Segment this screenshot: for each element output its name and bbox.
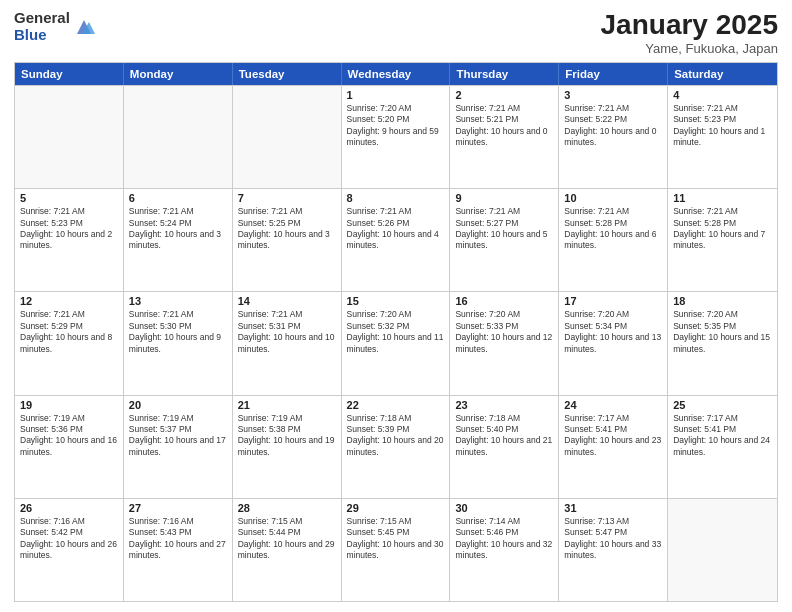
calendar: SundayMondayTuesdayWednesdayThursdayFrid…: [14, 62, 778, 602]
cell-details: Sunrise: 7:17 AM Sunset: 5:41 PM Dayligh…: [673, 413, 772, 459]
calendar-cell: [233, 86, 342, 188]
cell-details: Sunrise: 7:21 AM Sunset: 5:28 PM Dayligh…: [673, 206, 772, 252]
cell-details: Sunrise: 7:18 AM Sunset: 5:39 PM Dayligh…: [347, 413, 445, 459]
calendar-cell: 17Sunrise: 7:20 AM Sunset: 5:34 PM Dayli…: [559, 292, 668, 394]
day-number: 23: [455, 399, 553, 411]
day-number: 26: [20, 502, 118, 514]
cell-details: Sunrise: 7:20 AM Sunset: 5:35 PM Dayligh…: [673, 309, 772, 355]
page: General Blue January 2025 Yame, Fukuoka,…: [0, 0, 792, 612]
calendar-cell: 2Sunrise: 7:21 AM Sunset: 5:21 PM Daylig…: [450, 86, 559, 188]
cell-details: Sunrise: 7:20 AM Sunset: 5:20 PM Dayligh…: [347, 103, 445, 149]
cell-details: Sunrise: 7:21 AM Sunset: 5:29 PM Dayligh…: [20, 309, 118, 355]
cell-details: Sunrise: 7:17 AM Sunset: 5:41 PM Dayligh…: [564, 413, 662, 459]
cell-details: Sunrise: 7:16 AM Sunset: 5:42 PM Dayligh…: [20, 516, 118, 562]
logo-text: General Blue: [14, 10, 70, 43]
cell-details: Sunrise: 7:21 AM Sunset: 5:22 PM Dayligh…: [564, 103, 662, 149]
cell-details: Sunrise: 7:21 AM Sunset: 5:28 PM Dayligh…: [564, 206, 662, 252]
cell-details: Sunrise: 7:19 AM Sunset: 5:36 PM Dayligh…: [20, 413, 118, 459]
day-number: 13: [129, 295, 227, 307]
calendar-cell: 30Sunrise: 7:14 AM Sunset: 5:46 PM Dayli…: [450, 499, 559, 601]
calendar-cell: 6Sunrise: 7:21 AM Sunset: 5:24 PM Daylig…: [124, 189, 233, 291]
logo-icon: [73, 16, 95, 38]
cell-details: Sunrise: 7:21 AM Sunset: 5:31 PM Dayligh…: [238, 309, 336, 355]
day-number: 25: [673, 399, 772, 411]
calendar-cell: 11Sunrise: 7:21 AM Sunset: 5:28 PM Dayli…: [668, 189, 777, 291]
cell-details: Sunrise: 7:19 AM Sunset: 5:38 PM Dayligh…: [238, 413, 336, 459]
day-number: 3: [564, 89, 662, 101]
calendar-cell: 28Sunrise: 7:15 AM Sunset: 5:44 PM Dayli…: [233, 499, 342, 601]
calendar-cell: 19Sunrise: 7:19 AM Sunset: 5:36 PM Dayli…: [15, 396, 124, 498]
day-number: 15: [347, 295, 445, 307]
day-number: 9: [455, 192, 553, 204]
calendar-cell: 22Sunrise: 7:18 AM Sunset: 5:39 PM Dayli…: [342, 396, 451, 498]
calendar-cell: 26Sunrise: 7:16 AM Sunset: 5:42 PM Dayli…: [15, 499, 124, 601]
logo-general: General: [14, 10, 70, 27]
calendar-cell: [15, 86, 124, 188]
weekday-header: Friday: [559, 63, 668, 85]
cell-details: Sunrise: 7:20 AM Sunset: 5:33 PM Dayligh…: [455, 309, 553, 355]
day-number: 19: [20, 399, 118, 411]
day-number: 12: [20, 295, 118, 307]
cell-details: Sunrise: 7:14 AM Sunset: 5:46 PM Dayligh…: [455, 516, 553, 562]
day-number: 7: [238, 192, 336, 204]
cell-details: Sunrise: 7:18 AM Sunset: 5:40 PM Dayligh…: [455, 413, 553, 459]
cell-details: Sunrise: 7:21 AM Sunset: 5:24 PM Dayligh…: [129, 206, 227, 252]
cell-details: Sunrise: 7:15 AM Sunset: 5:44 PM Dayligh…: [238, 516, 336, 562]
weekday-header: Wednesday: [342, 63, 451, 85]
weekday-header: Thursday: [450, 63, 559, 85]
calendar-cell: 24Sunrise: 7:17 AM Sunset: 5:41 PM Dayli…: [559, 396, 668, 498]
cell-details: Sunrise: 7:16 AM Sunset: 5:43 PM Dayligh…: [129, 516, 227, 562]
day-number: 5: [20, 192, 118, 204]
cell-details: Sunrise: 7:21 AM Sunset: 5:23 PM Dayligh…: [673, 103, 772, 149]
calendar-row: 19Sunrise: 7:19 AM Sunset: 5:36 PM Dayli…: [15, 395, 777, 498]
logo-blue: Blue: [14, 27, 70, 44]
calendar-cell: 27Sunrise: 7:16 AM Sunset: 5:43 PM Dayli…: [124, 499, 233, 601]
day-number: 1: [347, 89, 445, 101]
calendar-cell: 12Sunrise: 7:21 AM Sunset: 5:29 PM Dayli…: [15, 292, 124, 394]
cell-details: Sunrise: 7:19 AM Sunset: 5:37 PM Dayligh…: [129, 413, 227, 459]
weekday-header: Tuesday: [233, 63, 342, 85]
calendar-cell: 8Sunrise: 7:21 AM Sunset: 5:26 PM Daylig…: [342, 189, 451, 291]
day-number: 16: [455, 295, 553, 307]
calendar-cell: 31Sunrise: 7:13 AM Sunset: 5:47 PM Dayli…: [559, 499, 668, 601]
day-number: 22: [347, 399, 445, 411]
calendar-header: SundayMondayTuesdayWednesdayThursdayFrid…: [15, 63, 777, 85]
calendar-cell: [124, 86, 233, 188]
calendar-cell: 7Sunrise: 7:21 AM Sunset: 5:25 PM Daylig…: [233, 189, 342, 291]
calendar-cell: 1Sunrise: 7:20 AM Sunset: 5:20 PM Daylig…: [342, 86, 451, 188]
day-number: 17: [564, 295, 662, 307]
calendar-cell: 20Sunrise: 7:19 AM Sunset: 5:37 PM Dayli…: [124, 396, 233, 498]
calendar-cell: 23Sunrise: 7:18 AM Sunset: 5:40 PM Dayli…: [450, 396, 559, 498]
day-number: 8: [347, 192, 445, 204]
day-number: 2: [455, 89, 553, 101]
calendar-row: 1Sunrise: 7:20 AM Sunset: 5:20 PM Daylig…: [15, 85, 777, 188]
calendar-row: 12Sunrise: 7:21 AM Sunset: 5:29 PM Dayli…: [15, 291, 777, 394]
day-number: 14: [238, 295, 336, 307]
logo: General Blue: [14, 10, 95, 43]
day-number: 30: [455, 502, 553, 514]
calendar-cell: 3Sunrise: 7:21 AM Sunset: 5:22 PM Daylig…: [559, 86, 668, 188]
day-number: 29: [347, 502, 445, 514]
cell-details: Sunrise: 7:21 AM Sunset: 5:26 PM Dayligh…: [347, 206, 445, 252]
calendar-cell: 9Sunrise: 7:21 AM Sunset: 5:27 PM Daylig…: [450, 189, 559, 291]
calendar-cell: 4Sunrise: 7:21 AM Sunset: 5:23 PM Daylig…: [668, 86, 777, 188]
day-number: 24: [564, 399, 662, 411]
day-number: 18: [673, 295, 772, 307]
weekday-header: Monday: [124, 63, 233, 85]
cell-details: Sunrise: 7:21 AM Sunset: 5:30 PM Dayligh…: [129, 309, 227, 355]
calendar-cell: 14Sunrise: 7:21 AM Sunset: 5:31 PM Dayli…: [233, 292, 342, 394]
weekday-header: Sunday: [15, 63, 124, 85]
day-number: 27: [129, 502, 227, 514]
calendar-cell: 21Sunrise: 7:19 AM Sunset: 5:38 PM Dayli…: [233, 396, 342, 498]
day-number: 20: [129, 399, 227, 411]
calendar-cell: 13Sunrise: 7:21 AM Sunset: 5:30 PM Dayli…: [124, 292, 233, 394]
calendar-cell: [668, 499, 777, 601]
cell-details: Sunrise: 7:21 AM Sunset: 5:27 PM Dayligh…: [455, 206, 553, 252]
cell-details: Sunrise: 7:13 AM Sunset: 5:47 PM Dayligh…: [564, 516, 662, 562]
location: Yame, Fukuoka, Japan: [601, 41, 778, 56]
calendar-row: 5Sunrise: 7:21 AM Sunset: 5:23 PM Daylig…: [15, 188, 777, 291]
cell-details: Sunrise: 7:21 AM Sunset: 5:21 PM Dayligh…: [455, 103, 553, 149]
calendar-cell: 5Sunrise: 7:21 AM Sunset: 5:23 PM Daylig…: [15, 189, 124, 291]
cell-details: Sunrise: 7:20 AM Sunset: 5:32 PM Dayligh…: [347, 309, 445, 355]
day-number: 6: [129, 192, 227, 204]
